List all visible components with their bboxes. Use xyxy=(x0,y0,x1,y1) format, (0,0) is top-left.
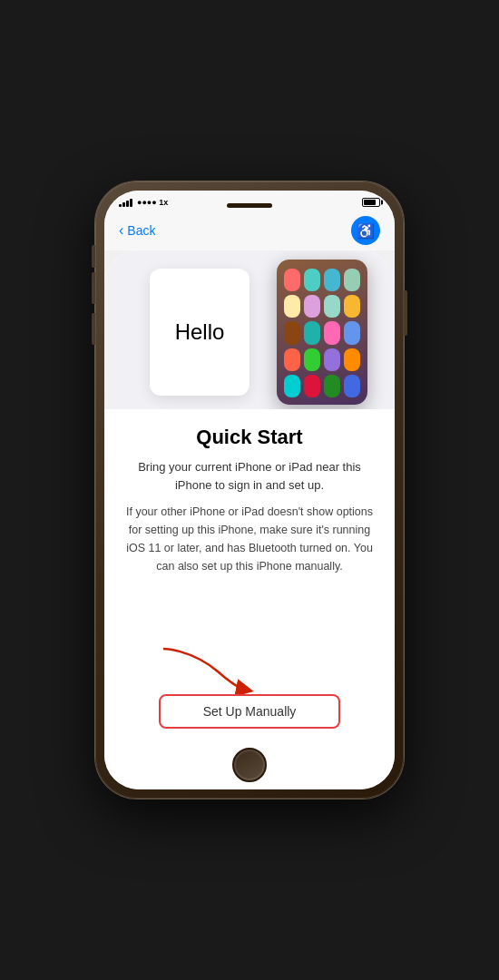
home-button[interactable] xyxy=(232,748,267,782)
app-icon xyxy=(284,348,300,371)
app-icon xyxy=(304,321,320,344)
hello-text: Hello xyxy=(175,319,225,345)
text-area: Quick Start Bring your current iPhone or… xyxy=(104,409,395,644)
arrow-container xyxy=(122,644,377,694)
battery-area xyxy=(362,198,380,207)
set-up-manually-button[interactable]: Set Up Manually xyxy=(159,694,340,729)
app-icon xyxy=(344,321,360,344)
signal-bar-1 xyxy=(119,204,122,207)
battery-icon xyxy=(362,198,380,207)
subtitle-text: Bring your current iPhone or iPad near t… xyxy=(122,458,377,494)
accessibility-icon: ♿ xyxy=(357,222,375,240)
chevron-left-icon: ‹ xyxy=(119,222,123,239)
app-icon xyxy=(324,269,340,291)
signal-bar-4 xyxy=(130,199,132,207)
app-icon xyxy=(304,295,320,318)
arrow-icon xyxy=(154,644,263,694)
app-icon xyxy=(284,269,300,291)
illustration-area: Hello xyxy=(104,250,395,409)
signal-bar-3 xyxy=(126,201,129,207)
app-icon xyxy=(304,375,320,397)
battery-fill xyxy=(364,200,376,205)
signal-bars xyxy=(119,198,132,207)
back-label: Back xyxy=(127,223,155,238)
description-text: If your other iPhone or iPad doesn't sho… xyxy=(122,503,377,575)
set-up-manually-label: Set Up Manually xyxy=(203,704,297,719)
app-icon xyxy=(284,295,300,318)
app-icon xyxy=(304,348,320,371)
volume-up-button xyxy=(92,272,95,304)
app-icon xyxy=(284,321,300,344)
app-icon xyxy=(324,321,340,344)
status-bar: ●●●● 1x xyxy=(104,191,395,211)
app-icon xyxy=(324,295,340,318)
network-type: ●●●● 1x xyxy=(137,198,168,207)
mute-switch xyxy=(92,245,95,268)
back-button[interactable]: ‹ Back xyxy=(119,222,155,239)
phone-frame: ●●●● 1x ‹ Back ♿ xyxy=(95,181,404,799)
iphone-illustration xyxy=(277,260,367,405)
app-icon xyxy=(344,375,360,397)
navigation-bar: ‹ Back ♿ xyxy=(104,211,395,250)
app-icon xyxy=(344,348,360,371)
phone-screen: ●●●● 1x ‹ Back ♿ xyxy=(104,191,395,789)
hello-card: Hello xyxy=(150,269,250,396)
screen-content: Hello Quick Start Bring your current iPh… xyxy=(104,250,395,789)
page-title: Quick Start xyxy=(196,426,302,449)
signal-area: ●●●● 1x xyxy=(119,198,168,207)
app-icon xyxy=(284,375,300,397)
app-icon xyxy=(304,269,320,291)
app-icon xyxy=(324,375,340,397)
volume-down-button xyxy=(92,313,95,345)
action-area: Set Up Manually xyxy=(104,644,395,740)
accessibility-button[interactable]: ♿ xyxy=(351,216,380,245)
side-button xyxy=(404,290,407,336)
app-icon xyxy=(344,295,360,318)
app-icon xyxy=(344,269,360,291)
app-icon xyxy=(324,348,340,371)
signal-bar-2 xyxy=(122,202,125,207)
main-content: Hello Quick Start Bring your current iPh… xyxy=(104,250,395,740)
